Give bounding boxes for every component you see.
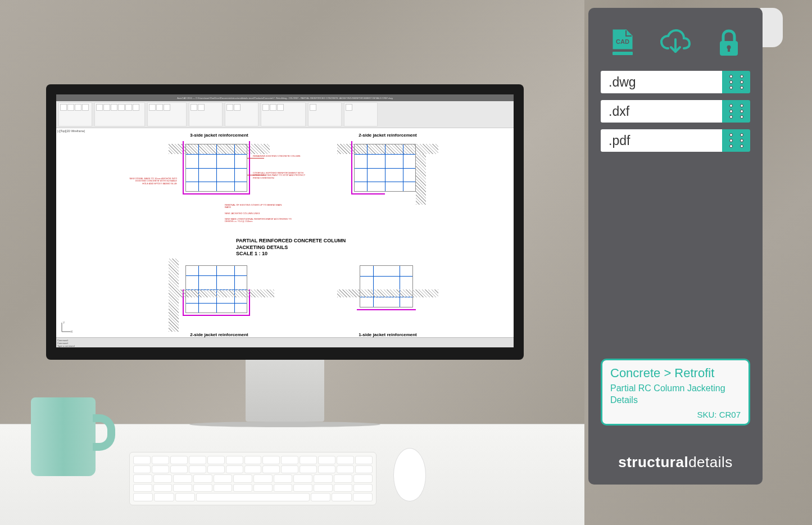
- format-pdf[interactable]: .pdf: [601, 129, 750, 152]
- product-title: Partial RC Column Jacketing Details: [610, 383, 741, 406]
- drawing-2side-bl: 2-side jacket reinforcement: [169, 259, 270, 332]
- format-label: .dwg: [601, 71, 722, 93]
- monitor-stand: [246, 360, 324, 422]
- cad-file-icon: CAD: [606, 27, 638, 60]
- spiral-binding-icon: [722, 100, 750, 123]
- svg-text:Y: Y: [63, 321, 65, 324]
- keyboard: [129, 452, 376, 505]
- drawing-title: 2-side jacket reinforcement: [169, 332, 270, 337]
- drawing-3side: 3-side jacket reinforcement REMAINING EX…: [169, 133, 270, 206]
- product-card[interactable]: Concrete > Retrofit Partial RC Column Ja…: [601, 359, 750, 426]
- ribbon-button[interactable]: [125, 104, 132, 111]
- svg-text:X: X: [71, 330, 73, 333]
- ribbon-button[interactable]: [82, 104, 89, 111]
- panel-tab: [760, 8, 783, 47]
- ribbon-button[interactable]: [111, 104, 117, 111]
- drawing-2side-tr: 2-side jacket reinforcement: [337, 133, 438, 206]
- breadcrumb: Concrete > Retrofit: [610, 366, 741, 381]
- note-mainbars: NEW MAIN LONGITUDINAL REINFORCEMENT ACCO…: [225, 218, 292, 223]
- view-mode-label: [-][Top][2D Wireframe]: [57, 129, 85, 133]
- ribbon-button[interactable]: [190, 104, 197, 111]
- ribbon-button[interactable]: [346, 104, 352, 111]
- monitor-base: [189, 422, 380, 427]
- ribbon-button[interactable]: [277, 104, 284, 111]
- format-dwg[interactable]: .dwg: [601, 71, 750, 93]
- monitor-bezel: AutoCAD 2015 — C:\Users\user\OneDrive\Do…: [46, 84, 524, 360]
- ribbon-button[interactable]: [234, 104, 241, 111]
- ribbon-button[interactable]: [103, 104, 110, 111]
- cad-drawing-canvas[interactable]: [-][Top][2D Wireframe] 3-side jacket rei…: [56, 128, 514, 337]
- ucs-icon: Y X: [60, 320, 73, 334]
- ribbon-group-properties[interactable]: [261, 102, 306, 126]
- format-label: .pdf: [601, 129, 722, 152]
- ribbon-button[interactable]: [67, 104, 74, 111]
- ribbon-button[interactable]: [226, 104, 233, 111]
- svg-rect-5: [613, 52, 633, 55]
- ribbon-button[interactable]: [164, 104, 170, 111]
- svg-text:CAD: CAD: [616, 38, 629, 45]
- note-dowel: NEW DOWEL BARS TO 10mm ANCHOR INTO EXIST…: [129, 178, 177, 185]
- ribbon-button[interactable]: [198, 104, 205, 111]
- spiral-binding-icon: [722, 129, 750, 152]
- monitor: AutoCAD 2015 — C:\Users\user\OneDrive\Do…: [46, 84, 524, 399]
- drawing-title: 1-side jacket reinforcement: [337, 332, 438, 337]
- ribbon-group-clipboard[interactable]: [344, 102, 378, 126]
- ribbon-button[interactable]: [118, 104, 125, 111]
- ribbon-group-draw[interactable]: [58, 102, 92, 126]
- ribbon-group-modify[interactable]: [94, 102, 145, 126]
- ribbon-button[interactable]: [310, 104, 316, 111]
- spiral-binding-icon: [722, 71, 750, 93]
- ribbon-button[interactable]: [156, 104, 163, 111]
- mouse: [393, 448, 426, 501]
- note-removal: REMOVAL OF EXISTING COVER UP TO BEHIND M…: [225, 204, 287, 209]
- note-links: NEW JACKETED COLUMN LINKS: [225, 212, 287, 215]
- ribbon-button[interactable]: [262, 104, 269, 111]
- drawing-1side: 1-side jacket reinforcement: [337, 259, 438, 332]
- note-remaining: REMAINING EXISTING CONCRETE COLUMN: [253, 155, 303, 157]
- cad-ribbon[interactable]: [56, 101, 514, 128]
- drawing-title: 2-side jacket reinforcement: [337, 133, 438, 138]
- cad-command-line[interactable]: Command: Command: Type a command: [56, 337, 514, 347]
- ribbon-button[interactable]: [60, 104, 67, 111]
- product-panel: CAD .dwg .dxf: [588, 8, 763, 485]
- drawing-set-title: PARTIAL REINFORCED CONCRETE COLUMN JACKE…: [236, 238, 346, 257]
- ribbon-button[interactable]: [270, 104, 276, 111]
- ribbon-group-utilities[interactable]: [308, 102, 342, 126]
- panel-icons-row: CAD: [601, 27, 750, 60]
- svg-rect-9: [728, 48, 730, 52]
- product-sku: SKU: CR07: [610, 410, 741, 419]
- ribbon-group-annotation[interactable]: [189, 102, 223, 126]
- format-dxf[interactable]: .dxf: [601, 100, 750, 123]
- lock-icon: [713, 27, 745, 60]
- ribbon-button[interactable]: [133, 104, 139, 111]
- ribbon-group-layers[interactable]: [147, 102, 187, 126]
- note-cover: COVER ALL EXPOSED REINFORCEMENT WITH EPO…: [253, 172, 306, 179]
- ribbon-button[interactable]: [96, 104, 103, 111]
- ribbon-group-block[interactable]: [225, 102, 258, 126]
- brand-logo: structuraldetails: [601, 454, 750, 471]
- drawing-title: 3-side jacket reinforcement: [169, 133, 270, 138]
- desk-scene: AutoCAD 2015 — C:\Users\user\OneDrive\Do…: [0, 0, 584, 525]
- ribbon-button[interactable]: [149, 104, 156, 111]
- ribbon-button[interactable]: [75, 104, 81, 111]
- coffee-cup: [31, 397, 115, 485]
- format-label: .dxf: [601, 100, 722, 123]
- download-cloud-icon: [659, 27, 692, 60]
- cad-title: AutoCAD 2015 — C:\Users\user\OneDrive\Do…: [177, 97, 392, 99]
- cad-titlebar[interactable]: AutoCAD 2015 — C:\Users\user\OneDrive\Do…: [56, 94, 514, 101]
- cad-application-window[interactable]: AutoCAD 2015 — C:\Users\user\OneDrive\Do…: [56, 94, 514, 347]
